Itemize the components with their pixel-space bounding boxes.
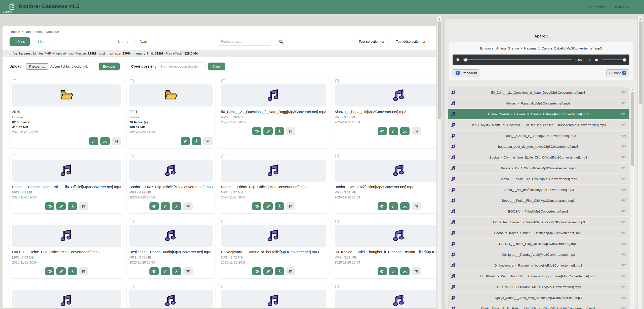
playlist-row[interactable]: Dj_kedjevara_-_Remue_la_bouteille[Mp3Con… xyxy=(448,260,629,270)
play-icon[interactable] xyxy=(457,58,460,62)
playlist-row[interactable]: Ben-J_Mystik_Rohff_Pit_Baccardi_-_On_fai… xyxy=(448,120,629,130)
view-button[interactable] xyxy=(45,202,54,210)
file-checkbox[interactable] xyxy=(335,79,339,83)
download-button[interactable] xyxy=(172,267,181,275)
playlist-row[interactable]: BOOBA_-_Pitbull[Mp3Converter.net].mp3 MP… xyxy=(448,206,629,216)
download-button[interactable] xyxy=(172,202,181,210)
main-scrollbar[interactable]: ▲ xyxy=(437,16,441,309)
rename-button[interactable] xyxy=(56,267,66,275)
download-button[interactable] xyxy=(400,127,410,135)
view-button[interactable] xyxy=(252,267,261,275)
view-list-button[interactable]: Liste xyxy=(33,37,51,46)
delete-button[interactable] xyxy=(286,202,295,210)
view-button[interactable] xyxy=(378,202,387,210)
download-button[interactable] xyxy=(275,202,284,210)
search-input[interactable] xyxy=(218,38,271,46)
playlist-row[interactable]: Booba_ft_Kayna_Samet_-_Destinee[Mp3Conve… xyxy=(448,228,629,238)
rename-button[interactable] xyxy=(389,202,398,210)
scroll-up-arrow-icon[interactable]: ▲ xyxy=(437,16,441,21)
download-button[interactable] xyxy=(68,267,77,275)
rename-button[interactable] xyxy=(263,267,273,275)
playlist-row[interactable]: Booba_-_Ma_dÃ©finition[Mp3Converter.net]… xyxy=(448,185,629,195)
playlist-row[interactable]: DJ_Khaled_-_Wild_Thoughts_ft_Rihanna_Bry… xyxy=(448,271,629,281)
rename-button[interactable] xyxy=(161,202,170,210)
playlist-row[interactable]: 50_Cent_-_21_Questions_ft_Nate_Dogg[Mp3C… xyxy=(448,87,629,97)
file-checkbox[interactable] xyxy=(13,79,16,83)
seek-thumb[interactable] xyxy=(464,58,467,62)
file-card[interactable]: DJ_Khaled_-_Wild_Thoughts_ft_Rihanna_Bry… xyxy=(332,217,436,278)
delete-button[interactable] xyxy=(183,267,193,275)
view-button[interactable] xyxy=(149,267,159,275)
playlist-row[interactable]: Booba_-_Petite_Fille_Clip[Mp3Converter.n… xyxy=(448,195,629,205)
playlist-row[interactable]: Desiigner_-_Panda_Audio[Mp3Converter.net… xyxy=(448,249,629,260)
playlist-row[interactable]: Benash_-_Ghetto_ft_Booba[Mp3Converter.ne… xyxy=(448,131,629,141)
breadcrumb-item[interactable]: Musique xyxy=(46,30,59,34)
volume-slider[interactable] xyxy=(602,60,625,60)
playlist-row[interactable]: Alonzo_-_Papa_allo[Mp3Converter.net].mp3… xyxy=(448,98,629,108)
delete-button[interactable] xyxy=(183,202,193,210)
file-checkbox[interactable] xyxy=(335,285,339,288)
search-button[interactable] xyxy=(275,37,288,46)
rename-button[interactable] xyxy=(263,202,273,210)
file-card[interactable]: Booba_-_Ma_dÃ©finition[Mp3Converter.net]… xyxy=(332,152,436,213)
delete-button[interactable] xyxy=(203,137,213,145)
file-card[interactable] xyxy=(218,282,329,308)
new-folder-name-input[interactable] xyxy=(158,62,206,70)
volume-thumb[interactable] xyxy=(623,58,626,62)
file-card[interactable] xyxy=(10,282,124,308)
browse-file-button[interactable]: Parcourir... xyxy=(26,63,48,70)
speaker-icon[interactable] xyxy=(594,58,599,62)
deselect-all-button[interactable]: Tout désélectionner xyxy=(392,37,429,46)
file-checkbox[interactable] xyxy=(13,154,16,158)
playlist-row[interactable]: booba-au_bout_de_mes_reves[Mp3Converter.… xyxy=(448,141,629,151)
view-button[interactable] xyxy=(378,127,387,135)
delete-button[interactable] xyxy=(79,267,88,275)
rename-button[interactable] xyxy=(56,202,66,210)
file-checkbox[interactable] xyxy=(130,79,134,83)
create-folder-button[interactable]: Créer xyxy=(208,63,225,70)
view-button[interactable] xyxy=(252,127,261,135)
view-icons-button[interactable]: Icônes xyxy=(10,37,30,46)
page-scrollbar[interactable]: ▲ xyxy=(638,16,642,309)
file-checkbox[interactable] xyxy=(335,220,339,223)
file-checkbox[interactable] xyxy=(221,79,225,83)
scroll-up-arrow-icon[interactable]: ▲ xyxy=(638,16,642,21)
file-checkbox[interactable] xyxy=(130,285,134,288)
file-card[interactable] xyxy=(332,282,436,308)
sort-name-button[interactable]: Nom ↓ xyxy=(114,37,132,46)
rename-button[interactable] xyxy=(263,127,273,135)
previous-track-button[interactable]: Précédent xyxy=(453,69,480,76)
playlist-row[interactable]: Djadja_Dinaz_-_Jfais_Mes_Affaires[Mp3Con… xyxy=(448,293,629,303)
file-card[interactable]: 2021 Dossier 28 fichier(s) 160.39 MB 202… xyxy=(127,77,215,148)
playlist-row[interactable]: DADJU_-_Reine_Clip_Officiel[Mp3Converter… xyxy=(448,239,629,249)
view-button[interactable] xyxy=(149,202,159,210)
view-button[interactable] xyxy=(252,202,261,210)
delete-button[interactable] xyxy=(412,202,421,210)
file-card[interactable]: 2019 Dossier 62 fichier(s) 414.67 MB 202… xyxy=(10,77,124,148)
download-button[interactable] xyxy=(400,267,410,275)
scrollbar-thumb[interactable] xyxy=(438,21,441,119)
delete-button[interactable] xyxy=(79,202,88,210)
playlist-row[interactable]: Djadja_Dinaz_Ft_Dj_Babs_-_MalÃ©fique_Cli… xyxy=(448,303,629,309)
delete-button[interactable] xyxy=(286,267,295,275)
scroll-up-arrow-icon[interactable]: ▲ xyxy=(631,87,634,91)
download-button[interactable] xyxy=(400,202,410,210)
playlist-row[interactable]: DJ_KRATOS_FOUMBA_MOUELA[Mp3Converter.net… xyxy=(448,282,629,292)
download-button[interactable] xyxy=(192,137,201,145)
scrollbar-thumb[interactable] xyxy=(631,92,634,166)
playlist-row[interactable]: Booba_feat_Benash_-_ValidÃ©e_Audio[Mp3Co… xyxy=(448,217,629,227)
breadcrumb-item[interactable]: Racine xyxy=(10,30,20,34)
delete-button[interactable] xyxy=(112,137,121,145)
breadcrumb-item[interactable]: Documents xyxy=(25,30,42,34)
rename-button[interactable] xyxy=(89,137,98,145)
download-button[interactable] xyxy=(275,267,284,275)
file-card[interactable]: Booba_-_Friday_Clip_Officiel[Mp3Converte… xyxy=(218,152,329,213)
download-button[interactable] xyxy=(68,202,77,210)
rename-button[interactable] xyxy=(389,267,398,275)
playlist-row[interactable]: Booba_-_Friday_Clip_Officiel[Mp3Converte… xyxy=(448,174,629,184)
file-checkbox[interactable] xyxy=(13,220,16,223)
file-checkbox[interactable] xyxy=(221,220,225,223)
file-card[interactable] xyxy=(127,282,215,308)
scrollbar-thumb[interactable] xyxy=(639,21,642,104)
rename-button[interactable] xyxy=(161,267,170,275)
